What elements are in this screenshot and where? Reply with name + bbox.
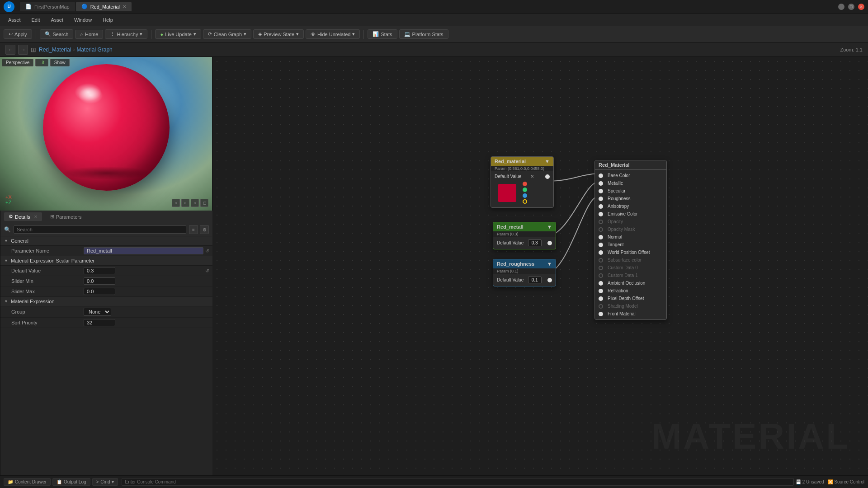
param-name-reset[interactable]: ↺ (205, 249, 209, 253)
clean-graph-button[interactable]: ⟳ Clean Graph ▾ (203, 29, 251, 39)
prop-group-label: Group (11, 309, 84, 314)
vp-ctrl-4[interactable]: ◻ (200, 199, 208, 207)
pin-metallic[interactable] (599, 181, 603, 186)
live-update-button[interactable]: ● Live Update ▾ (155, 29, 201, 39)
node-color-swatch[interactable] (498, 184, 516, 202)
slider-min-input[interactable] (84, 277, 115, 285)
source-control-status[interactable]: 🔀 Source Control (828, 479, 864, 484)
node-pin-close[interactable]: ✕ (530, 174, 534, 179)
node-red-pin[interactable] (523, 182, 527, 186)
platform-stats-button[interactable]: 💻 Platform Stats (399, 29, 448, 39)
pin-refraction[interactable] (599, 289, 603, 293)
node-metall-dropdown[interactable]: ▼ (547, 224, 552, 230)
vp-ctrl-2[interactable]: ○ (181, 199, 189, 207)
show-button[interactable]: Show (50, 59, 70, 66)
node-red-roughness[interactable]: Red_roughness ▼ Param (0.1) Default Valu… (493, 259, 556, 286)
home-button[interactable]: ⌂ Home (75, 30, 103, 39)
forward-button[interactable]: → (18, 45, 28, 55)
pin-normal[interactable] (599, 235, 603, 239)
maximize-button[interactable]: □ (848, 4, 854, 10)
section-general[interactable]: ▼ General (0, 236, 212, 246)
hierarchy-button[interactable]: ⋮ Hierarchy ▾ (105, 29, 147, 39)
pin-shading[interactable] (599, 304, 603, 309)
pin-world-pos[interactable] (599, 250, 603, 255)
pin-opacity[interactable] (599, 220, 603, 224)
tab-details[interactable]: ⚙ Details ✕ (4, 212, 42, 221)
output-log-button[interactable]: 📋 Output Log (52, 478, 90, 486)
details-settings-icon[interactable]: ⚙ (200, 225, 209, 234)
details-search-input[interactable] (14, 225, 186, 234)
close-button[interactable]: ✕ (858, 4, 864, 10)
pin-pixel-depth[interactable] (599, 296, 603, 301)
output-pin-tangent: Tangent (595, 241, 666, 249)
pin-tangent[interactable] (599, 243, 603, 247)
node-output[interactable]: Red_Material Base Color Metallic Specula… (594, 160, 667, 320)
lit-button[interactable]: Lit (35, 59, 48, 66)
node-red-material[interactable]: Red_material ▼ Param (0.561,0.0,0.0458,0… (491, 156, 554, 208)
node-dropdown-icon[interactable]: ▼ (545, 159, 550, 164)
node-white-pin[interactable] (545, 174, 550, 179)
tab-project[interactable]: 📄 FirstPersonMap (20, 2, 75, 11)
pin-front-material[interactable] (599, 312, 603, 316)
vp-ctrl-1[interactable]: ○ (172, 199, 180, 207)
pin-custom-data-0[interactable] (599, 266, 603, 270)
default-value-input[interactable] (84, 267, 115, 274)
node-roughness-pin[interactable] (547, 278, 552, 282)
tab-close-icon[interactable]: ✕ (123, 4, 126, 9)
pin-roughness[interactable] (599, 197, 603, 201)
menu-edit[interactable]: Edit (27, 16, 45, 24)
graph-area[interactable]: MATERIAL Red_material ▼ Param (0.561,0.0… (212, 57, 868, 475)
console-input[interactable] (122, 478, 793, 486)
node-yellow-pin[interactable] (523, 199, 527, 204)
stats-button[interactable]: 📊 Stats (368, 29, 397, 39)
tab-file[interactable]: 🔵 Red_Material ✕ (76, 2, 132, 11)
sphere-highlight (78, 87, 103, 104)
group-select[interactable]: None (84, 308, 111, 316)
preview-state-button[interactable]: ◈ Preview State ▾ (253, 29, 304, 39)
menu-window[interactable]: Window (70, 16, 96, 24)
details-list-icon[interactable]: ≡ (189, 225, 198, 234)
node-metall-pin[interactable] (547, 241, 552, 245)
pin-ao[interactable] (599, 281, 603, 286)
minimize-button[interactable]: ─ (838, 4, 844, 10)
menu-asset[interactable]: Asset (4, 16, 25, 24)
apply-icon: ↩ (9, 31, 13, 37)
node-red-metall[interactable]: Red_metall ▼ Param (0.3) Default Value 0… (493, 222, 556, 249)
search-button[interactable]: 🔍 Search (40, 29, 74, 39)
default-value-reset[interactable]: ↺ (205, 268, 209, 273)
menu-help[interactable]: Help (98, 16, 118, 24)
output-pin-anisotropy: Anisotropy (595, 202, 666, 210)
node-blue-pin[interactable] (523, 193, 527, 198)
content-drawer-button[interactable]: 📁 Content Drawer (4, 478, 51, 486)
breadcrumb-root[interactable]: Red_Material (39, 47, 71, 53)
perspective-button[interactable]: Perspective (2, 59, 33, 66)
node-roughness-dropdown[interactable]: ▼ (547, 261, 552, 267)
cmd-button[interactable]: > Cmd ▾ (92, 478, 118, 486)
hide-unrelated-button[interactable]: 👁 Hide Unrelated ▾ (306, 29, 360, 39)
node-roughness-value[interactable]: 0.1 (528, 277, 542, 283)
pin-anisotropy[interactable] (599, 204, 603, 209)
pin-specular[interactable] (599, 189, 603, 193)
pin-subsurface[interactable] (599, 258, 603, 263)
source-control-icon: 🔀 (828, 479, 833, 484)
section-material-expr[interactable]: ▼ Material Expression (0, 297, 212, 306)
tab-parameters[interactable]: ⊞ Parameters (46, 212, 86, 221)
menu-asset2[interactable]: Asset (46, 16, 68, 24)
pin-emissive[interactable] (599, 212, 603, 216)
viewport[interactable]: Perspective Lit Show +X +Z ○ ○ ○ ◻ (0, 57, 212, 211)
tab-details-close[interactable]: ✕ (34, 214, 38, 219)
pin-base-color[interactable] (599, 174, 603, 178)
sort-priority-input[interactable] (84, 319, 115, 326)
node-green-pin[interactable] (523, 188, 527, 192)
vp-ctrl-3[interactable]: ○ (191, 199, 199, 207)
section-scalar-param[interactable]: ▼ Material Expression Scalar Parameter (0, 256, 212, 266)
pin-custom-data-1[interactable] (599, 273, 603, 278)
slider-max-input[interactable] (84, 288, 115, 295)
pin-opacity-mask[interactable] (599, 227, 603, 232)
back-button[interactable]: ← (5, 45, 15, 55)
tab-project-label: 📄 (25, 4, 32, 9)
node-metall-value[interactable]: 0.3 (528, 239, 542, 246)
param-name-input[interactable] (84, 247, 203, 254)
apply-button[interactable]: ↩ Apply (4, 29, 32, 39)
cmd-dropdown[interactable]: ▾ (112, 479, 114, 484)
